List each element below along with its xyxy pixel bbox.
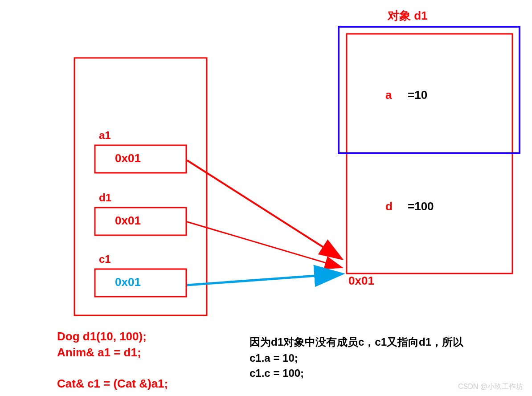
member-d-value: =100	[408, 200, 434, 213]
code-line-2: Anim& a1 = d1;	[57, 346, 141, 359]
watermark: CSDN @小玖工作坊	[458, 382, 523, 392]
d1-value: 0x01	[115, 214, 141, 228]
member-d-name: d	[385, 200, 393, 213]
explanation-line-2: c1.a = 10;	[250, 352, 298, 364]
object-inner-box	[339, 27, 520, 153]
a1-label: a1	[99, 129, 111, 142]
code-line-1: Dog d1(10, 100);	[57, 330, 147, 343]
d1-label: d1	[99, 192, 111, 204]
c1-value: 0x01	[115, 275, 141, 289]
arrow-a1	[187, 160, 341, 258]
code-line-3: Cat& c1 = (Cat &)a1;	[57, 377, 168, 391]
arrow-c1	[187, 274, 341, 285]
c1-label: c1	[99, 253, 111, 265]
explanation-line-3: c1.c = 100;	[250, 367, 304, 380]
member-a-name: a	[385, 88, 392, 102]
object-address: 0x01	[348, 274, 374, 288]
object-title: 对象 d1	[388, 8, 428, 24]
explanation-line-1: 因为d1对象中没有成员c，c1又指向d1，所以	[250, 335, 463, 349]
member-a-value: =10	[408, 88, 427, 102]
a1-value: 0x01	[115, 151, 141, 165]
